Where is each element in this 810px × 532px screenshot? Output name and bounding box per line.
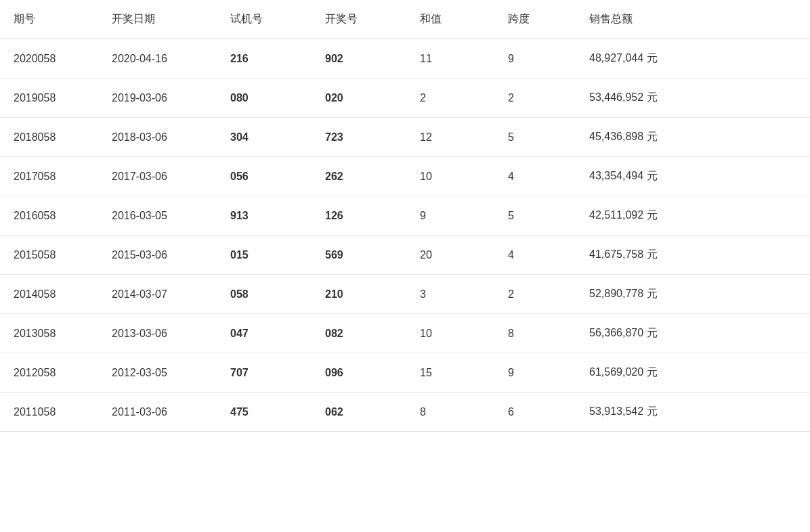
cell-qihao: 2017058 (0, 157, 98, 196)
lottery-table: 期号 开奖日期 试机号 开奖号 和值 跨度 销售总额 20200582020-0… (0, 0, 810, 432)
cell-shiji: 056 (217, 157, 312, 196)
cell-hezhi: 10 (406, 157, 494, 196)
cell-qihao: 2019058 (0, 79, 98, 118)
cell-shiji: 304 (217, 118, 312, 157)
cell-kaijang: 723 (312, 118, 406, 157)
cell-date: 2011-03-06 (98, 393, 217, 432)
table-row: 20110582011-03-064750628653,913,542 元 (0, 393, 810, 432)
cell-shiji: 707 (217, 353, 312, 393)
cell-kaijang: 082 (312, 314, 406, 353)
header-date: 开奖日期 (98, 0, 217, 39)
cell-date: 2014-03-07 (98, 275, 217, 314)
cell-kaijang: 262 (312, 157, 406, 196)
cell-date: 2013-03-06 (98, 314, 217, 353)
table-row: 20200582020-04-1621690211948,927,044 元 (0, 39, 810, 79)
table-row: 20170582017-03-0605626210443,354,494 元 (0, 157, 810, 196)
cell-xiaoshou: 56,366,870 元 (576, 314, 810, 353)
cell-qihao: 2015058 (0, 236, 98, 275)
table-row: 20120582012-03-0570709615961,569,020 元 (0, 353, 810, 393)
cell-kuadu: 4 (494, 236, 576, 275)
table-row: 20140582014-03-070582103252,890,778 元 (0, 275, 810, 314)
cell-hezhi: 9 (406, 196, 494, 236)
cell-hezhi: 10 (406, 314, 494, 353)
cell-xiaoshou: 45,436,898 元 (576, 118, 810, 157)
cell-qihao: 2018058 (0, 118, 98, 157)
cell-kuadu: 9 (494, 353, 576, 393)
cell-kaijang: 569 (312, 236, 406, 275)
cell-date: 2016-03-05 (98, 196, 217, 236)
cell-xiaoshou: 41,675,758 元 (576, 236, 810, 275)
table-header-row: 期号 开奖日期 试机号 开奖号 和值 跨度 销售总额 (0, 0, 810, 39)
cell-kaijang: 902 (312, 39, 406, 79)
header-qihao: 期号 (0, 0, 98, 39)
cell-hezhi: 20 (406, 236, 494, 275)
cell-kuadu: 5 (494, 118, 576, 157)
cell-date: 2017-03-06 (98, 157, 217, 196)
cell-date: 2020-04-16 (98, 39, 217, 79)
cell-qihao: 2012058 (0, 353, 98, 393)
cell-qihao: 2011058 (0, 393, 98, 432)
cell-date: 2018-03-06 (98, 118, 217, 157)
cell-hezhi: 15 (406, 353, 494, 393)
cell-hezhi: 8 (406, 393, 494, 432)
cell-date: 2019-03-06 (98, 79, 217, 118)
cell-qihao: 2013058 (0, 314, 98, 353)
cell-kaijang: 126 (312, 196, 406, 236)
cell-kuadu: 9 (494, 39, 576, 79)
header-xiaoshou: 销售总额 (576, 0, 810, 39)
cell-shiji: 475 (217, 393, 312, 432)
cell-xiaoshou: 48,927,044 元 (576, 39, 810, 79)
header-shiji: 试机号 (217, 0, 312, 39)
cell-kuadu: 2 (494, 275, 576, 314)
table-row: 20190582019-03-060800202253,446,952 元 (0, 79, 810, 118)
cell-shiji: 058 (217, 275, 312, 314)
cell-kaijang: 210 (312, 275, 406, 314)
table-row: 20130582013-03-0604708210856,366,870 元 (0, 314, 810, 353)
cell-shiji: 047 (217, 314, 312, 353)
cell-kaijang: 062 (312, 393, 406, 432)
cell-shiji: 216 (217, 39, 312, 79)
header-kaijang: 开奖号 (312, 0, 406, 39)
cell-xiaoshou: 53,446,952 元 (576, 79, 810, 118)
main-container: 期号 开奖日期 试机号 开奖号 和值 跨度 销售总额 20200582020-0… (0, 0, 810, 532)
table-row: 20150582015-03-0601556920441,675,758 元 (0, 236, 810, 275)
table-row: 20180582018-03-0630472312545,436,898 元 (0, 118, 810, 157)
cell-hezhi: 2 (406, 79, 494, 118)
cell-kuadu: 6 (494, 393, 576, 432)
cell-shiji: 080 (217, 79, 312, 118)
cell-xiaoshou: 43,354,494 元 (576, 157, 810, 196)
cell-qihao: 2014058 (0, 275, 98, 314)
cell-xiaoshou: 53,913,542 元 (576, 393, 810, 432)
cell-kuadu: 2 (494, 79, 576, 118)
header-kuadu: 跨度 (494, 0, 576, 39)
cell-xiaoshou: 52,890,778 元 (576, 275, 810, 314)
cell-hezhi: 12 (406, 118, 494, 157)
cell-shiji: 015 (217, 236, 312, 275)
cell-kuadu: 4 (494, 157, 576, 196)
cell-date: 2015-03-06 (98, 236, 217, 275)
cell-kuadu: 8 (494, 314, 576, 353)
header-hezhi: 和值 (406, 0, 494, 39)
cell-kuadu: 5 (494, 196, 576, 236)
cell-qihao: 2020058 (0, 39, 98, 79)
cell-kaijang: 096 (312, 353, 406, 393)
cell-xiaoshou: 61,569,020 元 (576, 353, 810, 393)
cell-date: 2012-03-05 (98, 353, 217, 393)
cell-xiaoshou: 42,511,092 元 (576, 196, 810, 236)
cell-kaijang: 020 (312, 79, 406, 118)
cell-qihao: 2016058 (0, 196, 98, 236)
cell-hezhi: 3 (406, 275, 494, 314)
cell-shiji: 913 (217, 196, 312, 236)
cell-hezhi: 11 (406, 39, 494, 79)
table-row: 20160582016-03-059131269542,511,092 元 (0, 196, 810, 236)
